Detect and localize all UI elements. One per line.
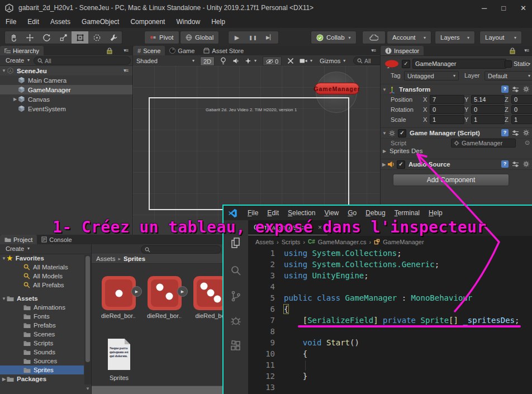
foldout-icon[interactable]: ▶	[381, 162, 387, 167]
asset-grid-bottombar[interactable]	[92, 386, 222, 394]
expand-sprite-icon[interactable]: ▶	[177, 286, 188, 297]
foldout-icon[interactable]: ▼	[381, 87, 388, 92]
add-component-button[interactable]: Add Component	[393, 174, 509, 186]
source-control-icon[interactable]	[229, 289, 243, 303]
vscode-menu-go[interactable]: Go	[343, 209, 361, 217]
step-button[interactable]: ▶▏	[262, 31, 279, 44]
vscode-menu-help[interactable]: Help	[424, 209, 447, 217]
vscode-menu-edit[interactable]: Edit	[263, 209, 283, 217]
position-z-field[interactable]: 0	[511, 95, 532, 104]
help-icon[interactable]: ?	[501, 160, 509, 168]
gameobject-name-field[interactable]: GameManager	[412, 59, 506, 69]
hierarchy-search-input[interactable]: All	[34, 56, 131, 65]
hand-tool-button[interactable]	[4, 31, 22, 44]
lighting-toggle[interactable]	[220, 56, 226, 65]
code-line-7[interactable]: 7 [SerializeField] private Sprite[] _spr…	[248, 315, 532, 326]
camera-dropdown[interactable]: ▾	[300, 56, 312, 65]
menu-gameobject[interactable]: GameObject	[76, 18, 125, 26]
code-line-13[interactable]: 13	[248, 382, 532, 393]
component-checkbox[interactable]: ✓	[397, 160, 405, 169]
preset-icon[interactable]	[512, 86, 519, 93]
tab-inspector[interactable]: Inspector	[381, 46, 424, 55]
code-line-5[interactable]: 5public class GameManager : MonoBehaviou…	[248, 292, 532, 303]
hierarchy-item-eventsystem[interactable]: EventSystem	[0, 104, 132, 113]
lock-icon[interactable]	[510, 48, 515, 54]
hierarchy-create-button[interactable]: Create ▾	[2, 56, 33, 64]
project-item-sounds[interactable]: Sounds	[0, 348, 84, 357]
global-button[interactable]: Global	[180, 31, 219, 44]
foldout-icon[interactable]: ▼	[1, 296, 7, 301]
project-item-assets[interactable]: ▼Assets	[0, 294, 91, 303]
pane-menu-icon[interactable]: ▾≡	[371, 48, 376, 53]
breadcrumb-current[interactable]: Sprites	[124, 255, 145, 262]
pane-menu-icon[interactable]: ▾≡	[124, 48, 128, 53]
menu-component[interactable]: Component	[125, 18, 170, 26]
explorer-icon[interactable]	[229, 236, 243, 250]
pane-menu-icon[interactable]: ▾≡	[124, 68, 128, 73]
project-item-scenes[interactable]: Scenes	[0, 330, 84, 339]
cloud-button[interactable]	[362, 31, 386, 44]
menu-edit[interactable]: Edit	[22, 18, 45, 26]
breadcrumb-item[interactable]: GameManager.cs	[318, 239, 367, 245]
code-line-3[interactable]: 3using UnityEngine;	[248, 270, 532, 281]
menu-help[interactable]: Help	[206, 18, 231, 26]
code-line-1[interactable]: 1using System.Collections;	[248, 248, 532, 259]
scale-y-field[interactable]: 1	[471, 115, 505, 124]
project-search-input[interactable]	[141, 245, 221, 254]
project-item-sprites[interactable]: Sprites	[0, 365, 84, 374]
transform-component-header[interactable]: ▼ Transform ?	[381, 84, 532, 95]
account-dropdown[interactable]: Account ▾	[387, 31, 431, 44]
effects-dropdown[interactable]: ▾	[245, 56, 256, 65]
custom-tool-button[interactable]	[105, 31, 122, 44]
sprite-thumbnail-die-2[interactable]	[148, 276, 182, 310]
code-line-12[interactable]: 12 }	[248, 371, 532, 382]
hierarchy-item-main-camera[interactable]: Main Camera	[0, 75, 132, 85]
sprite-label[interactable]: dieRed_bo	[193, 312, 222, 319]
collab-dropdown[interactable]: Collab ▾	[311, 31, 357, 44]
debug-icon[interactable]	[229, 314, 243, 327]
audio-toggle[interactable]	[232, 56, 239, 65]
hierarchy-item-canvas[interactable]: ▶Canvas	[0, 94, 132, 104]
transform-tool-button[interactable]	[88, 31, 106, 44]
code-editor[interactable]: 1using System.Collections;2using System.…	[248, 248, 532, 394]
rotation-z-field[interactable]: 0	[511, 105, 532, 114]
expand-sprite-icon[interactable]: ▶	[131, 286, 142, 297]
project-item-scripts[interactable]: Scripts	[0, 339, 84, 348]
scroll-down-icon[interactable]: ▼	[86, 386, 90, 391]
object-picker-icon[interactable]: ⊙	[525, 139, 530, 146]
rect-tool-button[interactable]	[72, 31, 89, 44]
foldout-icon[interactable]: ▶	[12, 97, 18, 102]
position-x-field[interactable]: 7	[430, 95, 464, 104]
tab-asset-store[interactable]: Asset Store	[199, 46, 248, 55]
project-item-favorites[interactable]: ▼★Favorites	[0, 254, 91, 263]
script-component-header[interactable]: ▼ ✓ Game Manager (Script) ?	[381, 127, 532, 139]
sprite-thumbnail-die-3[interactable]	[193, 276, 222, 310]
menu-file[interactable]: File	[0, 18, 22, 26]
help-icon[interactable]: ?	[501, 129, 509, 136]
preset-icon[interactable]	[512, 130, 519, 136]
preset-icon[interactable]	[512, 161, 519, 168]
hierarchy-item-gamemanager[interactable]: GameManager	[0, 85, 132, 94]
lock-icon[interactable]	[107, 48, 112, 54]
scale-tool-button[interactable]	[55, 31, 72, 44]
project-tree-scrollbar[interactable]: ▼	[84, 255, 91, 384]
vscode-menu-view[interactable]: View	[320, 209, 343, 217]
move-tool-button[interactable]	[21, 31, 39, 44]
code-line-6[interactable]: 6{	[248, 303, 532, 315]
project-item-sources[interactable]: Sources	[0, 357, 84, 365]
scene-visibility-toggle[interactable]: 0	[263, 56, 282, 66]
static-checkbox[interactable]	[505, 60, 512, 68]
component-checkbox[interactable]: ✓	[398, 129, 406, 137]
menu-window[interactable]: Window	[170, 18, 206, 26]
sprites-des-array-field[interactable]: Sprites Des	[390, 148, 422, 154]
search-icon[interactable]	[229, 264, 243, 277]
shaded-dropdown[interactable]: Shaded ▾	[136, 56, 194, 65]
scale-z-field[interactable]: 1	[511, 115, 532, 124]
project-item-prefabs[interactable]: Prefabs	[0, 321, 84, 330]
play-button[interactable]: ▶	[228, 31, 246, 44]
breadcrumb-root[interactable]: Assets	[96, 255, 116, 262]
project-item-animations[interactable]: Animations	[0, 303, 84, 312]
close-button[interactable]: ✕	[520, 4, 526, 12]
rotate-tool-button[interactable]	[38, 31, 55, 44]
tab-hierarchy[interactable]: Hierarchy	[0, 46, 44, 55]
